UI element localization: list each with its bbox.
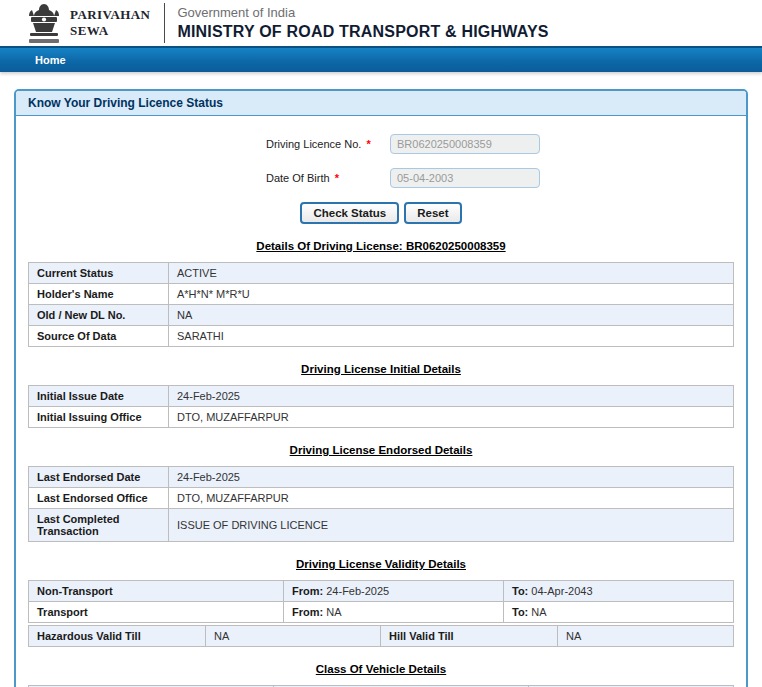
dl-number-label-text: Driving Licence No.	[266, 138, 361, 150]
row-label: Non-Transport	[29, 581, 284, 602]
row-value: 24-Feb-2025	[169, 386, 734, 407]
initial-details-table: Initial Issue Date 24-Feb-2025 Initial I…	[28, 385, 734, 428]
row-value: NA	[169, 305, 734, 326]
row-label: Old / New DL No.	[29, 305, 169, 326]
table-row: Non-Transport From: 24-Feb-2025 To: 04-A…	[29, 581, 734, 602]
row-label: Source Of Data	[29, 326, 169, 347]
row-label: Hill Valid Till	[381, 626, 558, 647]
validity-section-heading: Driving License Validity Details	[28, 558, 734, 570]
nav-item-home[interactable]: Home	[35, 54, 66, 66]
dob-input[interactable]	[390, 168, 540, 188]
reset-button[interactable]: Reset	[404, 202, 461, 224]
table-row: Last Endorsed Office DTO, MUZAFFARPUR	[29, 488, 734, 509]
dob-label-text: Date Of Birth	[266, 172, 330, 184]
table-row: Current Status ACTIVE	[29, 263, 734, 284]
panel-body: Driving Licence No. * Date Of Birth * Ch…	[16, 116, 746, 687]
row-label: Current Status	[29, 263, 169, 284]
from-value: 24-Feb-2025	[326, 585, 389, 597]
row-label: Initial Issuing Office	[29, 407, 169, 428]
logo-line1: PARIVAHAN	[70, 7, 150, 23]
row-value: DTO, MUZAFFARPUR	[169, 488, 734, 509]
validity-to-cell: To: NA	[504, 602, 734, 623]
cov-section-heading: Class Of Vehicle Details	[28, 663, 734, 675]
row-label: Initial Issue Date	[29, 386, 169, 407]
form-buttons: Check Status Reset	[28, 202, 734, 224]
table-row: Initial Issuing Office DTO, MUZAFFARPUR	[29, 407, 734, 428]
table-row: Source Of Data SARATHI	[29, 326, 734, 347]
header-divider	[164, 3, 165, 43]
row-label: Last Endorsed Date	[29, 467, 169, 488]
row-label: Last Endorsed Office	[29, 488, 169, 509]
row-label: Transport	[29, 602, 284, 623]
site-header: PARIVAHAN SEWA Government of India MINIS…	[0, 0, 762, 46]
to-value: 04-Apr-2043	[531, 585, 592, 597]
dl-number-row: Driving Licence No. *	[266, 134, 734, 154]
row-value: ISSUE OF DRIVING LICENCE	[169, 509, 734, 542]
dob-row: Date Of Birth *	[266, 168, 734, 188]
row-value: A*H*N* M*R*U	[169, 284, 734, 305]
panel-title: Know Your Driving Licence Status	[16, 91, 746, 116]
required-asterisk: *	[366, 138, 370, 150]
from-label: From:	[292, 606, 323, 618]
row-value: NA	[558, 626, 734, 647]
validity-extra-table: Hazardous Valid Till NA Hill Valid Till …	[28, 625, 734, 647]
validity-from-cell: From: 24-Feb-2025	[284, 581, 504, 602]
row-label: Last Completed Transaction	[29, 509, 169, 542]
validity-to-cell: To: 04-Apr-2043	[504, 581, 734, 602]
row-value: SARATHI	[169, 326, 734, 347]
validity-table: Non-Transport From: 24-Feb-2025 To: 04-A…	[28, 580, 734, 623]
details-section-heading: Details Of Driving License: BR0620250008…	[28, 240, 734, 252]
government-of-india-label: Government of India	[177, 5, 548, 21]
table-row: Initial Issue Date 24-Feb-2025	[29, 386, 734, 407]
row-label: Hazardous Valid Till	[29, 626, 206, 647]
details-table: Current Status ACTIVE Holder's Name A*H*…	[28, 262, 734, 347]
emblem-of-india-icon	[27, 2, 61, 44]
row-label: Holder's Name	[29, 284, 169, 305]
required-asterisk: *	[335, 172, 339, 184]
ministry-block: Government of India MINISTRY OF ROAD TRA…	[177, 5, 548, 41]
logo-line2: SEWA	[70, 23, 150, 39]
dl-status-panel: Know Your Driving Licence Status Driving…	[14, 89, 748, 687]
row-value: NA	[206, 626, 381, 647]
table-row: Transport From: NA To: NA	[29, 602, 734, 623]
check-status-button[interactable]: Check Status	[300, 202, 399, 224]
table-row: Old / New DL No. NA	[29, 305, 734, 326]
main-navbar: Home	[0, 46, 762, 72]
table-row: Hazardous Valid Till NA Hill Valid Till …	[29, 626, 734, 647]
dob-label: Date Of Birth *	[266, 172, 390, 184]
table-row: Last Endorsed Date 24-Feb-2025	[29, 467, 734, 488]
row-value: DTO, MUZAFFARPUR	[169, 407, 734, 428]
dl-number-label: Driving Licence No. *	[266, 138, 390, 150]
parivahan-sewa-logo: PARIVAHAN SEWA	[70, 7, 150, 38]
row-value: 24-Feb-2025	[169, 467, 734, 488]
from-label: From:	[292, 585, 323, 597]
validity-from-cell: From: NA	[284, 602, 504, 623]
from-value: NA	[326, 606, 341, 618]
initial-section-heading: Driving License Initial Details	[28, 363, 734, 375]
endorsed-section-heading: Driving License Endorsed Details	[28, 444, 734, 456]
to-label: To:	[512, 606, 528, 618]
dl-number-input[interactable]	[390, 134, 540, 154]
row-value: ACTIVE	[169, 263, 734, 284]
to-label: To:	[512, 585, 528, 597]
ministry-title: MINISTRY OF ROAD TRANSPORT & HIGHWAYS	[177, 23, 548, 41]
to-value: NA	[531, 606, 546, 618]
table-row: Last Completed Transaction ISSUE OF DRIV…	[29, 509, 734, 542]
endorsed-details-table: Last Endorsed Date 24-Feb-2025 Last Endo…	[28, 466, 734, 542]
table-row: Holder's Name A*H*N* M*R*U	[29, 284, 734, 305]
